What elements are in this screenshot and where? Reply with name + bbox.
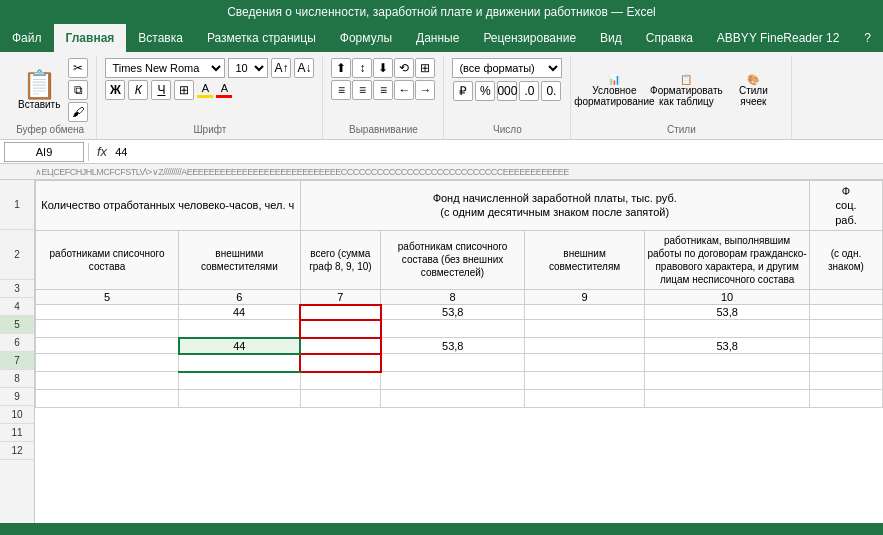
cell-r9-c10[interactable]: 53,8	[645, 338, 810, 354]
tab-help[interactable]: Справка	[634, 24, 705, 52]
spreadsheet-area: 1 2 3 4 5 6 7 8 9 10 11 12 Коли	[0, 180, 883, 523]
font-grow-button[interactable]: A↑	[271, 58, 291, 78]
name-box[interactable]	[4, 142, 84, 162]
cell-r12-c5[interactable]	[36, 390, 179, 408]
cell-r7-c7[interactable]	[300, 305, 381, 320]
align-middle-button[interactable]: ↕	[352, 58, 372, 78]
number-format-select[interactable]: (все форматы)	[452, 58, 562, 78]
currency-button[interactable]: ₽	[453, 81, 473, 101]
header-extra: Фсоц.раб.	[809, 181, 882, 231]
wrap-text-button[interactable]: ⟲	[394, 58, 414, 78]
tab-view[interactable]: Вид	[588, 24, 634, 52]
tab-formulas[interactable]: Формулы	[328, 24, 404, 52]
cell-styles-button[interactable]: 🎨 Стили ячеек	[723, 60, 783, 120]
tab-file[interactable]: Файл	[0, 24, 54, 52]
cell-r10-c7[interactable]	[300, 354, 381, 372]
cell-r11-extra[interactable]	[809, 372, 882, 390]
cell-r11-c5[interactable]	[36, 372, 179, 390]
header-salary-fund: Фонд начисленной заработной платы, тыс. …	[300, 181, 809, 231]
tab-help-icon[interactable]: ?	[852, 24, 883, 52]
format-painter-button[interactable]: 🖌	[68, 102, 88, 122]
cell-r7-c9[interactable]	[524, 305, 644, 320]
cell-r8-c9[interactable]	[524, 320, 644, 338]
italic-button[interactable]: К	[128, 80, 148, 100]
cell-r10-c5[interactable]	[36, 354, 179, 372]
cell-r10-c8[interactable]	[381, 354, 525, 372]
cell-r12-c9[interactable]	[524, 390, 644, 408]
cell-r12-extra[interactable]	[809, 390, 882, 408]
cell-r9-c6-selected[interactable]: 44	[179, 338, 300, 354]
tab-home[interactable]: Главная	[54, 24, 127, 52]
merge-button[interactable]: ⊞	[415, 58, 435, 78]
tab-page-layout[interactable]: Разметка страницы	[195, 24, 328, 52]
font-size-select[interactable]: 10	[228, 58, 268, 78]
underline-button[interactable]: Ч	[151, 80, 171, 100]
col-num-10: 10	[645, 289, 810, 305]
cell-styles-icon: 🎨	[747, 74, 759, 85]
tab-abbyy[interactable]: ABBYY FineReader 12	[705, 24, 852, 52]
formula-input[interactable]	[115, 146, 879, 158]
header-man-hours: Количество отработанных человеко-часов, …	[36, 181, 301, 231]
thousands-button[interactable]: 000	[497, 81, 517, 101]
cell-r9-c5[interactable]	[36, 338, 179, 354]
row-num-9: 9	[0, 388, 34, 406]
conditional-formatting-button[interactable]: 📊 Условное форматирование	[579, 60, 649, 120]
align-center-button[interactable]: ≡	[352, 80, 372, 100]
cell-r7-c6[interactable]: 44	[179, 305, 300, 320]
percent-button[interactable]: %	[475, 81, 495, 101]
cell-r11-c6[interactable]	[179, 372, 300, 390]
cell-r9-c8[interactable]: 53,8	[381, 338, 525, 354]
align-right-button[interactable]: ≡	[373, 80, 393, 100]
tab-data[interactable]: Данные	[404, 24, 471, 52]
cell-r12-c10[interactable]	[645, 390, 810, 408]
border-button[interactable]: ⊞	[174, 80, 194, 100]
styles-label: Стили	[667, 122, 696, 137]
font-color-button[interactable]: А	[216, 82, 232, 98]
decrease-indent-button[interactable]: ←	[394, 80, 414, 100]
paste-button[interactable]: 📋 Вставить	[12, 60, 66, 120]
align-top-button[interactable]: ⬆	[331, 58, 351, 78]
cell-r10-c10[interactable]	[645, 354, 810, 372]
data-row-11	[36, 372, 883, 390]
cell-r11-c8[interactable]	[381, 372, 525, 390]
cell-r10-extra[interactable]	[809, 354, 882, 372]
cell-r10-c9[interactable]	[524, 354, 644, 372]
format-as-table-button[interactable]: 📋 Форматировать как таблицу	[651, 60, 721, 120]
align-left-button[interactable]: ≡	[331, 80, 351, 100]
cell-r9-c7[interactable]	[300, 338, 381, 354]
cell-r12-c8[interactable]	[381, 390, 525, 408]
clipboard-label: Буфер обмена	[16, 122, 84, 137]
cut-button[interactable]: ✂	[68, 58, 88, 78]
cell-r9-c9[interactable]	[524, 338, 644, 354]
cell-r8-extra[interactable]	[809, 320, 882, 338]
cell-r8-c10[interactable]	[645, 320, 810, 338]
bold-button[interactable]: Ж	[105, 80, 125, 100]
font-shrink-button[interactable]: A↓	[294, 58, 314, 78]
cell-r9-extra[interactable]	[809, 338, 882, 354]
cell-r11-c7[interactable]	[300, 372, 381, 390]
increase-indent-button[interactable]: →	[415, 80, 435, 100]
tab-insert[interactable]: Вставка	[126, 24, 195, 52]
cell-r11-c10[interactable]	[645, 372, 810, 390]
font-name-select[interactable]: Times New Roma	[105, 58, 225, 78]
align-bottom-button[interactable]: ⬇	[373, 58, 393, 78]
col-num-6: 6	[179, 289, 300, 305]
cell-r8-c8[interactable]	[381, 320, 525, 338]
tab-review[interactable]: Рецензирование	[471, 24, 588, 52]
cell-r7-c5[interactable]	[36, 305, 179, 320]
cell-r7-c10[interactable]: 53,8	[645, 305, 810, 320]
cell-r12-c6[interactable]	[179, 390, 300, 408]
row-num-11: 11	[0, 424, 34, 442]
highlight-button[interactable]: А	[197, 82, 213, 98]
decrease-decimal-button[interactable]: 0.	[541, 81, 561, 101]
copy-button[interactable]: ⧉	[68, 80, 88, 100]
cell-r7-c8[interactable]: 53,8	[381, 305, 525, 320]
cell-r12-c7[interactable]	[300, 390, 381, 408]
cell-r7-extra[interactable]	[809, 305, 882, 320]
cell-r10-c6[interactable]	[179, 354, 300, 372]
cell-r11-c9[interactable]	[524, 372, 644, 390]
cell-r8-c5[interactable]	[36, 320, 179, 338]
cell-r8-c6[interactable]	[179, 320, 300, 338]
increase-decimal-button[interactable]: .0	[519, 81, 539, 101]
cell-r8-c7[interactable]	[300, 320, 381, 338]
